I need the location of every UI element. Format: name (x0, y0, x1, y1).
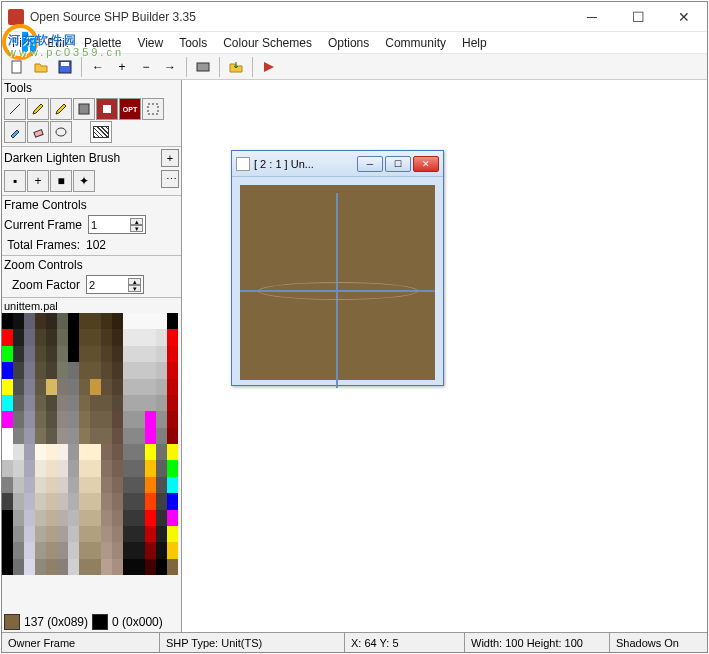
palette-color[interactable] (90, 460, 101, 476)
palette-color[interactable] (79, 510, 90, 526)
palette-color[interactable] (134, 395, 145, 411)
palette-color[interactable] (2, 493, 13, 509)
palette-color[interactable] (79, 444, 90, 460)
palette-color[interactable] (123, 313, 134, 329)
palette-color[interactable] (13, 460, 24, 476)
palette-color[interactable] (123, 526, 134, 542)
palette-color[interactable] (112, 493, 123, 509)
palette-color[interactable] (112, 346, 123, 362)
palette-color[interactable] (112, 313, 123, 329)
palette-color[interactable] (90, 329, 101, 345)
palette-color[interactable] (90, 526, 101, 542)
palette-color[interactable] (79, 329, 90, 345)
menu-palette[interactable]: Palette (76, 34, 129, 52)
palette-color[interactable] (145, 542, 156, 558)
palette-color[interactable] (35, 346, 46, 362)
palette-color[interactable] (101, 313, 112, 329)
palette-color[interactable] (101, 329, 112, 345)
palette-color[interactable] (156, 346, 167, 362)
palette-color[interactable] (145, 362, 156, 378)
new-file-icon[interactable] (6, 56, 28, 78)
brush-tool-icon[interactable] (50, 98, 72, 120)
palette-color[interactable] (167, 329, 178, 345)
dlb-more-button[interactable]: ⋯ (161, 170, 179, 188)
palette-color[interactable] (13, 477, 24, 493)
palette-color[interactable] (79, 313, 90, 329)
palette-color[interactable] (35, 493, 46, 509)
remove-frame-icon[interactable]: − (135, 56, 157, 78)
palette-color[interactable] (35, 329, 46, 345)
palette-color[interactable] (2, 395, 13, 411)
palette-color[interactable] (167, 559, 178, 575)
palette-color[interactable] (24, 510, 35, 526)
palette-color[interactable] (57, 411, 68, 427)
palette-color[interactable] (123, 395, 134, 411)
palette-color[interactable] (90, 411, 101, 427)
palette-color[interactable] (156, 362, 167, 378)
palette-color[interactable] (156, 428, 167, 444)
fg-swatch[interactable] (4, 614, 20, 630)
palette-color[interactable] (35, 395, 46, 411)
dlb-plus-button[interactable]: + (161, 149, 179, 167)
palette-color[interactable] (90, 477, 101, 493)
palette-color[interactable] (145, 460, 156, 476)
palette-color[interactable] (79, 493, 90, 509)
palette-color[interactable] (2, 346, 13, 362)
palette-color[interactable] (46, 493, 57, 509)
palette-color[interactable] (24, 493, 35, 509)
opt-tool-icon[interactable]: OPT (119, 98, 141, 120)
palette-color[interactable] (156, 493, 167, 509)
palette-color[interactable] (101, 526, 112, 542)
palette-color[interactable] (46, 510, 57, 526)
palette-color[interactable] (46, 313, 57, 329)
palette-color[interactable] (46, 559, 57, 575)
palette-color[interactable] (101, 493, 112, 509)
palette-color[interactable] (46, 411, 57, 427)
palette-color[interactable] (2, 379, 13, 395)
palette-color[interactable] (35, 428, 46, 444)
palette-color[interactable] (79, 395, 90, 411)
palette-color[interactable] (35, 362, 46, 378)
palette-color[interactable] (134, 411, 145, 427)
brush-square-icon[interactable]: ■ (50, 170, 72, 192)
palette-color[interactable] (112, 460, 123, 476)
palette-color[interactable] (24, 411, 35, 427)
palette-color[interactable] (156, 542, 167, 558)
palette-color[interactable] (2, 542, 13, 558)
palette-color[interactable] (46, 460, 57, 476)
palette-color[interactable] (13, 411, 24, 427)
palette-color[interactable] (2, 526, 13, 542)
palette-color[interactable] (35, 313, 46, 329)
palette-color[interactable] (79, 477, 90, 493)
palette-color[interactable] (24, 460, 35, 476)
palette-color[interactable] (2, 477, 13, 493)
palette-color[interactable] (35, 379, 46, 395)
palette-color[interactable] (167, 362, 178, 378)
palette-color[interactable] (167, 411, 178, 427)
palette-color[interactable] (2, 329, 13, 345)
palette-color[interactable] (90, 542, 101, 558)
document-window[interactable]: [ 2 : 1 ] Un... ─ ☐ ✕ (231, 150, 444, 386)
palette-color[interactable] (46, 542, 57, 558)
palette-color[interactable] (90, 493, 101, 509)
palette-color[interactable] (46, 346, 57, 362)
palette-color[interactable] (145, 526, 156, 542)
open-file-icon[interactable] (30, 56, 52, 78)
menu-tools[interactable]: Tools (171, 34, 215, 52)
palette-color[interactable] (57, 362, 68, 378)
add-frame-icon[interactable]: + (111, 56, 133, 78)
preview-icon[interactable] (192, 56, 214, 78)
palette-color[interactable] (90, 313, 101, 329)
palette-color[interactable] (112, 395, 123, 411)
palette-color[interactable] (57, 477, 68, 493)
palette-color[interactable] (2, 411, 13, 427)
palette-color[interactable] (167, 379, 178, 395)
palette-color[interactable] (101, 477, 112, 493)
palette-color[interactable] (2, 313, 13, 329)
palette-color[interactable] (123, 542, 134, 558)
fill2-tool-icon[interactable] (96, 98, 118, 120)
palette-color[interactable] (123, 362, 134, 378)
palette-color[interactable] (57, 542, 68, 558)
palette-color[interactable] (35, 460, 46, 476)
help-icon[interactable] (258, 56, 280, 78)
